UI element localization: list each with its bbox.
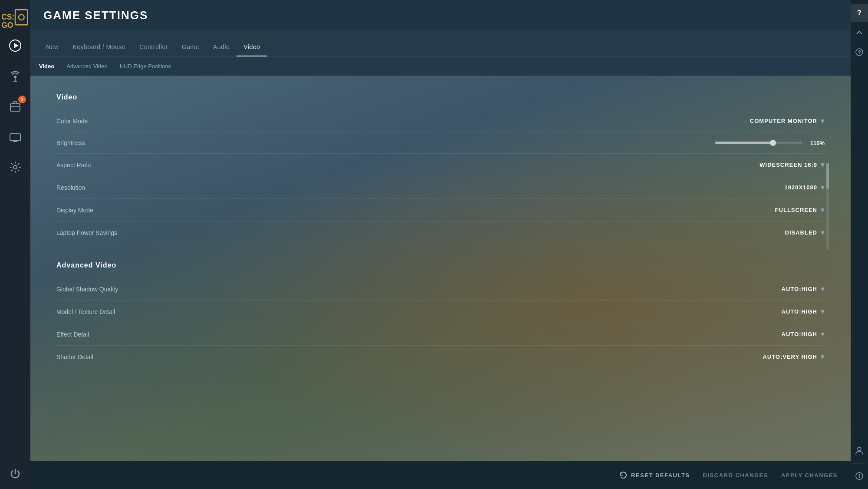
tab-game[interactable]: Game <box>175 43 206 56</box>
tab-controller[interactable]: Controller <box>132 43 175 56</box>
resolution-dropdown[interactable]: 1920X1080 ▾ <box>784 183 825 192</box>
csgo-logo-icon: CS: GO <box>0 0 30 30</box>
brightness-slider-thumb[interactable] <box>770 140 776 146</box>
shader-detail-dropdown[interactable]: AUTO:VERY HIGH ▾ <box>763 353 825 361</box>
content-area: Video Color Mode COMPUTER MONITOR ▾ Brig… <box>30 76 851 461</box>
advanced-video-section-title: Advanced Video <box>56 261 825 269</box>
shadow-quality-dropdown[interactable]: AUTO:HIGH ▾ <box>782 285 825 293</box>
reset-defaults-label: RESET DEFAULTS <box>631 472 690 479</box>
resolution-arrow-icon: ▾ <box>821 183 825 192</box>
brightness-control: 110% <box>715 140 825 146</box>
tab-video[interactable]: Video <box>237 43 267 56</box>
svg-point-22 <box>859 474 860 475</box>
color-mode-control: COMPUTER MONITOR ▾ <box>738 117 825 125</box>
sidebar-item-live[interactable] <box>0 61 30 91</box>
chevron-up-icon <box>855 28 864 37</box>
display-mode-control: FULLSCREEN ▾ <box>738 206 825 214</box>
svg-text:GO: GO <box>1 20 13 29</box>
settings-panel: Video Color Mode COMPUTER MONITOR ▾ Brig… <box>30 76 851 461</box>
shadow-quality-value: AUTO:HIGH <box>782 286 817 292</box>
tab-keyboard-mouse[interactable]: Keyboard / Mouse <box>66 43 133 56</box>
aspect-ratio-arrow-icon: ▾ <box>821 161 825 169</box>
page-title: GAME SETTINGS <box>43 9 148 22</box>
right-help-button[interactable]: ? <box>851 4 868 22</box>
setting-effect-detail: Effect Detail AUTO:HIGH ▾ <box>56 323 825 346</box>
apply-changes-button[interactable]: APPLY CHANGES <box>781 472 838 479</box>
sidebar-item-power[interactable] <box>0 459 30 489</box>
shader-detail-arrow-icon: ▾ <box>821 353 825 361</box>
laptop-power-dropdown[interactable]: DISABLED ▾ <box>785 228 825 237</box>
logo: CS: GO <box>0 0 30 30</box>
aspect-ratio-label: Aspect Ratio <box>56 162 91 169</box>
svg-text:CS:: CS: <box>1 12 14 21</box>
sidebar-item-play[interactable] <box>0 30 30 61</box>
right-divider <box>853 463 866 463</box>
top-navigation: New Keyboard / Mouse Controller Game Aud… <box>30 30 851 56</box>
color-mode-value: COMPUTER MONITOR <box>750 118 817 124</box>
texture-detail-arrow-icon: ▾ <box>821 307 825 316</box>
laptop-power-label: Laptop Power Savings <box>56 229 117 236</box>
subnav-video[interactable]: Video <box>39 63 60 69</box>
right-circle-info-button[interactable] <box>851 467 868 485</box>
setting-color-mode: Color Mode COMPUTER MONITOR ▾ <box>56 110 825 132</box>
color-mode-arrow-icon: ▾ <box>821 117 825 125</box>
power-icon <box>9 468 21 480</box>
setting-brightness: Brightness 110% <box>56 132 825 154</box>
setting-aspect-ratio: Aspect Ratio WIDESCREEN 16:9 ▾ <box>56 154 825 176</box>
sidebar-item-watch[interactable] <box>0 122 30 152</box>
reset-defaults-button[interactable]: RESET DEFAULTS <box>619 471 690 479</box>
shader-detail-value: AUTO:VERY HIGH <box>763 354 817 360</box>
svg-rect-10 <box>10 104 20 111</box>
main-content: GAME SETTINGS New Keyboard / Mouse Contr… <box>30 0 851 489</box>
section-gap-1 <box>56 244 825 257</box>
brightness-slider-fill <box>715 142 772 144</box>
display-mode-arrow-icon: ▾ <box>821 206 825 214</box>
subnav-hud-edge-positions[interactable]: HUD Edge Positions <box>114 63 178 69</box>
right-user-button[interactable] <box>851 442 868 459</box>
laptop-power-value: DISABLED <box>785 229 817 236</box>
aspect-ratio-dropdown[interactable]: WIDESCREEN 16:9 ▾ <box>760 161 825 169</box>
effect-detail-arrow-icon: ▾ <box>821 330 825 338</box>
brightness-value: 110% <box>807 140 825 146</box>
display-mode-label: Display Mode <box>56 207 93 214</box>
gear-icon <box>9 161 21 173</box>
video-section-title: Video <box>56 93 825 101</box>
setting-shader-detail: Shader Detail AUTO:VERY HIGH ▾ <box>56 346 825 368</box>
sidebar-item-settings[interactable] <box>0 152 30 182</box>
svg-text:?: ? <box>858 50 861 56</box>
shadow-quality-arrow-icon: ▾ <box>821 285 825 293</box>
aspect-ratio-control: WIDESCREEN 16:9 ▾ <box>738 161 825 169</box>
info-icon: ? <box>855 48 864 56</box>
laptop-power-arrow-icon: ▾ <box>821 228 825 237</box>
display-mode-dropdown[interactable]: FULLSCREEN ▾ <box>775 206 825 214</box>
effect-detail-label: Effect Detail <box>56 331 89 338</box>
right-scroll-up-button[interactable] <box>851 24 868 41</box>
svg-rect-12 <box>10 134 20 141</box>
resolution-control: 1920X1080 ▾ <box>738 183 825 192</box>
texture-detail-dropdown[interactable]: AUTO:HIGH ▾ <box>782 307 825 316</box>
bottom-bar: RESET DEFAULTS DISCARD CHANGES APPLY CHA… <box>30 461 851 489</box>
tab-audio[interactable]: Audio <box>206 43 237 56</box>
user-icon <box>855 446 864 455</box>
subnav-advanced-video[interactable]: Advanced Video <box>60 63 113 69</box>
tab-new[interactable]: New <box>39 43 66 56</box>
reset-icon <box>619 471 628 479</box>
svg-point-7 <box>14 76 16 78</box>
laptop-power-control: DISABLED ▾ <box>738 228 825 237</box>
shader-detail-control: AUTO:VERY HIGH ▾ <box>738 353 825 361</box>
right-info-button[interactable]: ? <box>851 43 868 61</box>
watch-icon <box>9 131 21 143</box>
discard-changes-button[interactable]: DISCARD CHANGES <box>703 472 768 479</box>
effect-detail-value: AUTO:HIGH <box>782 331 817 337</box>
right-sidebar: ? ? <box>851 0 868 489</box>
brightness-slider-track[interactable] <box>715 142 802 144</box>
texture-detail-value: AUTO:HIGH <box>782 308 817 315</box>
effect-detail-dropdown[interactable]: AUTO:HIGH ▾ <box>782 330 825 338</box>
inventory-badge: 2 <box>18 96 26 103</box>
svg-marker-6 <box>14 43 19 48</box>
shadow-quality-label: Global Shadow Quality <box>56 286 118 293</box>
sidebar-item-inventory[interactable]: 2 <box>0 91 30 122</box>
svg-point-19 <box>858 447 861 451</box>
setting-laptop-power: Laptop Power Savings DISABLED ▾ <box>56 221 825 244</box>
color-mode-dropdown[interactable]: COMPUTER MONITOR ▾ <box>750 117 825 125</box>
